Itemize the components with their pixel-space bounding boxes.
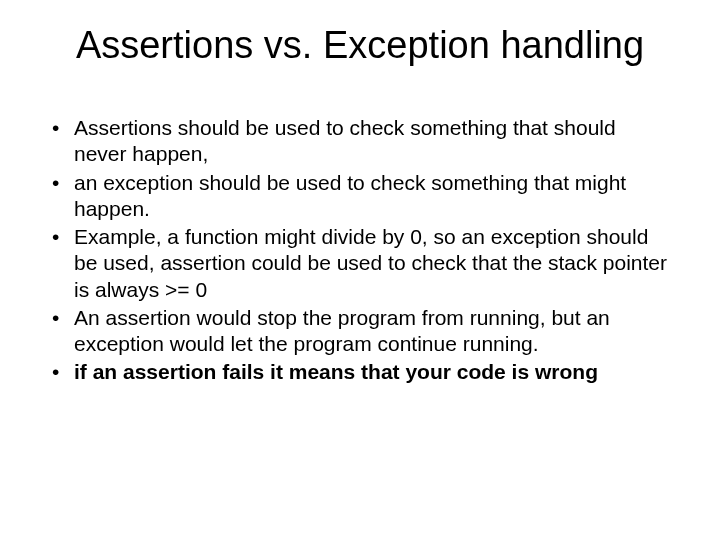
bullet-list: Assertions should be used to check somet… xyxy=(48,115,672,386)
list-item: Example, a function might divide by 0, s… xyxy=(48,224,672,303)
bullet-text: An assertion would stop the program from… xyxy=(74,306,610,355)
list-item: Assertions should be used to check somet… xyxy=(48,115,672,168)
slide-title: Assertions vs. Exception handling xyxy=(48,24,672,67)
list-item: if an assertion fails it means that your… xyxy=(48,359,672,385)
bullet-text: Example, a function might divide by 0, s… xyxy=(74,225,667,301)
list-item: an exception should be used to check som… xyxy=(48,170,672,223)
bullet-text: if an assertion fails it means that your… xyxy=(74,360,598,383)
bullet-text: an exception should be used to check som… xyxy=(74,171,626,220)
list-item: An assertion would stop the program from… xyxy=(48,305,672,358)
bullet-text: Assertions should be used to check somet… xyxy=(74,116,616,165)
